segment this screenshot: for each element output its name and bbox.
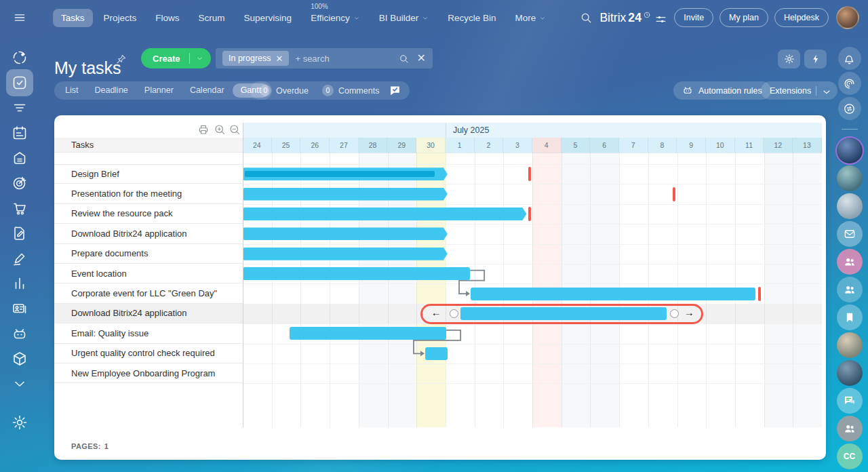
gantt-bar[interactable] xyxy=(471,288,755,300)
task-row-label[interactable]: New Employee Onboarding Program xyxy=(54,363,243,383)
profile-avatar[interactable] xyxy=(836,6,859,29)
nav-tasks[interactable]: Tasks xyxy=(53,9,93,27)
nav-efficiency[interactable]: 100%Efficiency xyxy=(302,9,368,27)
user-group-photo[interactable] xyxy=(837,193,863,219)
cc-badge[interactable]: CC xyxy=(837,444,863,469)
counter-comments[interactable]: 0Comments xyxy=(315,85,386,96)
zoom-in-icon[interactable] xyxy=(214,123,226,136)
notifications-icon[interactable] xyxy=(838,47,861,70)
bolt-automation-button[interactable] xyxy=(804,50,827,68)
invite-button[interactable]: Invite xyxy=(674,8,713,27)
task-row-label[interactable]: Prepare documents xyxy=(54,244,243,264)
gantt-bar[interactable] xyxy=(243,208,526,220)
drive-icon[interactable] xyxy=(12,150,28,166)
automation-icon[interactable] xyxy=(12,326,28,342)
chevron-down-icon[interactable] xyxy=(190,55,211,62)
analytics-icon[interactable] xyxy=(12,275,28,292)
deadline-marker[interactable] xyxy=(673,187,675,201)
resize-handle-right[interactable] xyxy=(670,309,679,318)
deadline-marker[interactable] xyxy=(528,207,531,221)
search-icon[interactable] xyxy=(580,12,592,24)
task-row-label[interactable]: Urgent quality control check required xyxy=(54,344,243,363)
chevron-down-icon[interactable] xyxy=(821,87,829,94)
e-sign-icon[interactable] xyxy=(12,250,28,267)
gantt-bar[interactable] xyxy=(425,347,448,360)
gantt-bar[interactable] xyxy=(243,168,448,180)
nav-more[interactable]: More xyxy=(507,9,554,27)
selected-task-outline[interactable]: ←→ xyxy=(420,304,703,324)
comments-bubble-icon[interactable] xyxy=(389,84,401,97)
user-avatar-3[interactable] xyxy=(837,332,863,358)
print-icon[interactable] xyxy=(197,123,210,136)
filter-chip[interactable]: In progress ✕ xyxy=(222,51,289,66)
menu-icon[interactable] xyxy=(0,11,39,24)
tab-planner[interactable]: Planner xyxy=(136,83,182,98)
task-row-label[interactable]: Review the resource pack xyxy=(54,204,243,224)
tab-calendar[interactable]: Calendar xyxy=(182,83,233,98)
deadline-marker[interactable] xyxy=(528,167,531,181)
calendar-icon[interactable] xyxy=(12,125,28,141)
nav-scrum[interactable]: Scrum xyxy=(191,9,233,27)
task-row-label[interactable]: Corporate event for LLC "Green Day" xyxy=(54,283,243,303)
copilot-icon[interactable] xyxy=(838,72,861,95)
saved-messages[interactable] xyxy=(837,304,863,330)
extensions-button[interactable]: Extensions xyxy=(761,81,837,100)
crm-icon[interactable] xyxy=(12,100,28,116)
extend-right-arrow[interactable]: → xyxy=(684,307,694,318)
sign-doc-icon[interactable] xyxy=(12,225,28,241)
gantt-bar[interactable] xyxy=(243,227,448,240)
gantt-bar[interactable] xyxy=(290,327,446,340)
gantt-bar[interactable] xyxy=(460,307,667,320)
mail[interactable] xyxy=(837,221,863,247)
task-row-label[interactable]: Download Bitrix24 application xyxy=(54,304,243,323)
gantt-bar[interactable] xyxy=(243,267,470,280)
remove-filter-icon[interactable]: ✕ xyxy=(276,54,283,64)
tab-deadline[interactable]: Deadline xyxy=(86,83,136,98)
helpdesk-button[interactable]: Helpdesk xyxy=(774,8,829,27)
task-row-label[interactable]: Download Bitrix24 application xyxy=(54,224,243,243)
marketing-icon[interactable] xyxy=(12,175,28,191)
nav-recycle-bin[interactable]: Recycle Bin xyxy=(439,9,504,27)
market-icon[interactable] xyxy=(12,351,28,367)
counter-overdue[interactable]: 0Overdue xyxy=(253,85,315,96)
filter-search-bar[interactable]: In progress ✕ + search ✕ xyxy=(216,48,433,68)
sliders-icon[interactable] xyxy=(655,14,667,25)
gantt-bar[interactable] xyxy=(243,188,448,201)
extend-left-arrow[interactable]: ← xyxy=(431,307,441,318)
group-blue[interactable] xyxy=(837,277,863,302)
group-pink[interactable] xyxy=(837,249,863,275)
messenger-icon[interactable] xyxy=(838,97,861,120)
chevron-down-icon[interactable] xyxy=(12,376,28,392)
tab-list[interactable]: List xyxy=(57,83,86,98)
nav-bi-builder[interactable]: BI Builder xyxy=(371,9,437,27)
user-avatar-1[interactable] xyxy=(837,138,863,163)
my-plan-button[interactable]: My plan xyxy=(719,8,768,27)
gantt-bar[interactable] xyxy=(243,248,448,260)
store-icon[interactable] xyxy=(12,200,28,216)
clear-search-icon[interactable]: ✕ xyxy=(417,53,426,64)
task-row-label[interactable]: Presentation for the meeting xyxy=(54,184,243,203)
zoom-out-icon[interactable] xyxy=(229,123,241,136)
group-gray[interactable] xyxy=(837,416,863,441)
search-icon[interactable] xyxy=(399,54,409,64)
panel-splitter[interactable] xyxy=(243,123,243,427)
create-button[interactable]: Create xyxy=(141,48,211,68)
automation-rules-button[interactable]: Automation rules xyxy=(673,81,771,100)
pin-icon[interactable] xyxy=(115,54,127,65)
task-row-label[interactable]: Design Brief xyxy=(54,164,243,184)
user-avatar-2[interactable] xyxy=(837,165,863,191)
feed-icon[interactable] xyxy=(12,50,28,66)
nav-projects[interactable]: Projects xyxy=(96,9,145,27)
user-avatar-4[interactable] xyxy=(837,360,863,386)
gear-icon[interactable] xyxy=(12,414,28,431)
tasks-icon[interactable] xyxy=(12,75,28,91)
resize-handle-left[interactable] xyxy=(450,309,458,318)
deadline-marker[interactable] xyxy=(758,287,761,301)
nav-supervising[interactable]: Supervising xyxy=(236,9,300,27)
contact-center-icon[interactable] xyxy=(12,300,28,317)
settings-gear-button[interactable] xyxy=(778,50,800,68)
chat-channel[interactable] xyxy=(837,388,863,414)
nav-flows[interactable]: Flows xyxy=(147,9,187,27)
task-row-label[interactable]: Event location xyxy=(54,264,243,283)
task-row-label[interactable]: Email: Quality issue xyxy=(54,323,243,343)
